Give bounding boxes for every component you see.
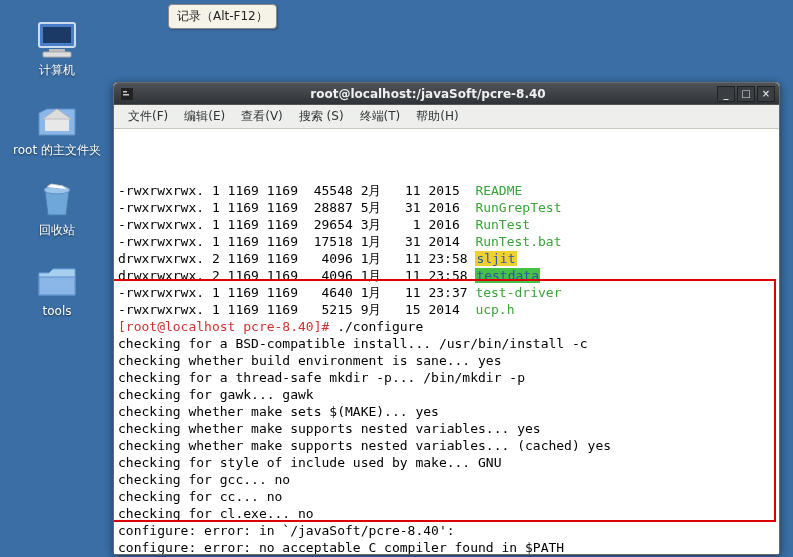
ls-line: -rwxrwxrwx. 1 1169 1169 5215 9月 15 2014 … <box>118 301 775 318</box>
maximize-button[interactable]: □ <box>737 86 755 102</box>
configure-output-line: checking for gawk... gawk <box>118 386 775 403</box>
desktop-icon-computer[interactable]: 计算机 <box>12 20 102 79</box>
window-title: root@localhost:/javaSoft/pcre-8.40 <box>140 87 716 101</box>
ls-filename: README <box>475 183 522 198</box>
close-button[interactable]: × <box>757 86 775 102</box>
terminal-window: root@localhost:/javaSoft/pcre-8.40 _ □ ×… <box>113 82 780 555</box>
menubar: 文件(F) 编辑(E) 查看(V) 搜索 (S) 终端(T) 帮助(H) <box>114 105 779 129</box>
window-app-icon <box>120 87 134 101</box>
configure-output-line: checking whether make supports nested va… <box>118 420 775 437</box>
ls-line: -rwxrwxrwx. 1 1169 1169 29654 3月 1 2016 … <box>118 216 775 233</box>
ls-filename: test-driver <box>475 285 561 300</box>
configure-output-line: checking for a thread-safe mkdir -p... /… <box>118 369 775 386</box>
trash-icon <box>33 180 81 220</box>
menu-edit[interactable]: 编辑(E) <box>176 105 233 128</box>
desktop-icon-trash[interactable]: 回收站 <box>12 180 102 239</box>
terminal-body[interactable]: -rwxrwxrwx. 1 1169 1169 45548 2月 11 2015… <box>114 129 779 554</box>
configure-output-line: checking for cl.exe... no <box>118 505 775 522</box>
ls-line: -rwxrwxrwx. 1 1169 1169 17518 1月 31 2014… <box>118 233 775 250</box>
computer-icon <box>33 20 81 60</box>
desktop-icon-home[interactable]: root 的主文件夹 <box>12 100 102 159</box>
ls-line: -rwxrwxrwx. 1 1169 1169 45548 2月 11 2015… <box>118 182 775 199</box>
configure-output-line: checking for style of include used by ma… <box>118 454 775 471</box>
configure-output-line: checking for cc... no <box>118 488 775 505</box>
desktop-icon-label: tools <box>12 304 102 318</box>
ls-line: -rwxrwxrwx. 1 1169 1169 28887 5月 31 2016… <box>118 199 775 216</box>
svg-rect-1 <box>43 27 71 43</box>
ls-filename: ucp.h <box>475 302 514 317</box>
menu-file[interactable]: 文件(F) <box>120 105 176 128</box>
minimize-button[interactable]: _ <box>717 86 735 102</box>
ls-filename: RunTest <box>475 217 530 232</box>
ls-filename: RunTest.bat <box>475 234 561 249</box>
tooltip: 记录（Alt-F12） <box>168 4 277 29</box>
desktop-icon-label: 回收站 <box>12 222 102 239</box>
desktop-icon-tools[interactable]: tools <box>12 262 102 318</box>
ls-filename: testdata <box>475 268 540 283</box>
desktop-icon-label: 计算机 <box>12 62 102 79</box>
home-folder-icon <box>33 100 81 140</box>
menu-view[interactable]: 查看(V) <box>233 105 291 128</box>
configure-output-line: configure: error: no acceptable C compil… <box>118 539 775 554</box>
titlebar[interactable]: root@localhost:/javaSoft/pcre-8.40 _ □ × <box>114 83 779 105</box>
menu-terminal[interactable]: 终端(T) <box>352 105 409 128</box>
configure-output-line: checking whether build environment is sa… <box>118 352 775 369</box>
configure-output-line: checking whether make sets $(MAKE)... ye… <box>118 403 775 420</box>
ls-line: drwxrwxrwx. 2 1169 1169 4096 1月 11 23:58… <box>118 267 775 284</box>
ls-filename: RunGrepTest <box>475 200 561 215</box>
desktop-icon-label: root 的主文件夹 <box>12 142 102 159</box>
configure-output-line: checking whether make supports nested va… <box>118 437 775 454</box>
svg-rect-7 <box>123 91 127 93</box>
menu-help[interactable]: 帮助(H) <box>408 105 466 128</box>
folder-icon <box>33 262 81 302</box>
ls-line: -rwxrwxrwx. 1 1169 1169 4640 1月 11 23:37… <box>118 284 775 301</box>
configure-output-line: checking for gcc... no <box>118 471 775 488</box>
ls-filename: sljit <box>475 251 516 266</box>
svg-rect-8 <box>123 94 129 96</box>
configure-output-line: checking for a BSD-compatible install...… <box>118 335 775 352</box>
menu-search[interactable]: 搜索 (S) <box>291 105 352 128</box>
configure-output-line: configure: error: in `/javaSoft/pcre-8.4… <box>118 522 775 539</box>
prompt-line: [root@localhost pcre-8.40]# ./configure <box>118 318 775 335</box>
svg-rect-3 <box>43 52 71 57</box>
ls-line: drwxrwxrwx. 2 1169 1169 4096 1月 11 23:58… <box>118 250 775 267</box>
